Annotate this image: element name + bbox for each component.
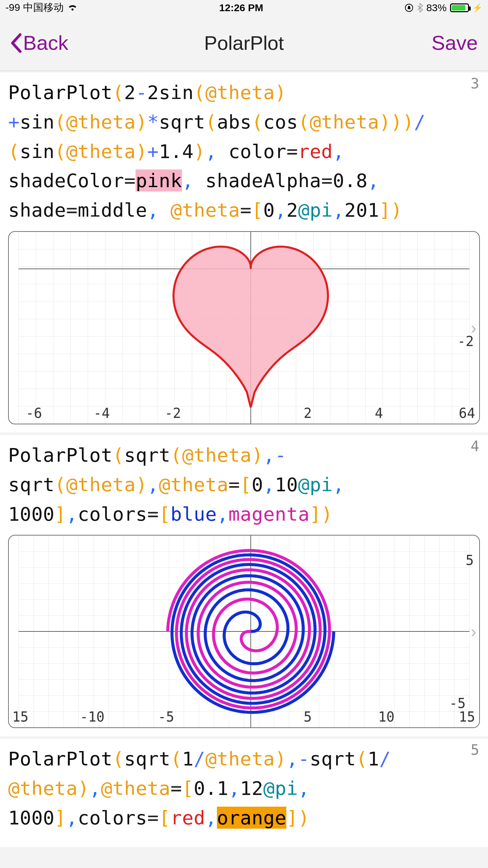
tok-op: / bbox=[414, 111, 426, 133]
tok-lparen: ( bbox=[194, 81, 205, 103]
tok-comma: , bbox=[333, 199, 344, 221]
tok-theta: @theta bbox=[159, 473, 228, 496]
content-scroll[interactable]: 3 PolarPlot(2-2sin(@theta) +sin(@theta)*… bbox=[0, 71, 488, 847]
axis-tick: -2 bbox=[458, 334, 474, 349]
status-right: 83% ⚡ bbox=[405, 2, 483, 14]
tok-rbr: ] bbox=[310, 503, 321, 525]
cell-code[interactable]: PolarPlot(2-2sin(@theta) +sin(@theta)*sq… bbox=[8, 78, 480, 225]
tok-comma: , bbox=[228, 777, 240, 799]
cell-code[interactable]: PolarPlot(sqrt(1/@theta),-sqrt(1/ @theta… bbox=[8, 744, 480, 832]
tok-fn: sqrt bbox=[159, 111, 205, 133]
tok-op: * bbox=[147, 111, 159, 133]
tok-kw: shade bbox=[8, 199, 66, 221]
axis-tick: 64 bbox=[459, 405, 475, 421]
tok-comma: , bbox=[263, 473, 275, 496]
tok-rp: ) bbox=[402, 111, 414, 133]
orientation-lock-icon bbox=[405, 3, 413, 12]
tok-num: 0.1 bbox=[194, 777, 228, 799]
cell-index: 4 bbox=[471, 438, 479, 455]
tok-color: red bbox=[298, 140, 333, 162]
tok-color: blue bbox=[170, 503, 217, 525]
tok-color: pink bbox=[136, 169, 182, 191]
tok-num: 1 bbox=[368, 748, 379, 770]
tok-theta: @theta bbox=[66, 111, 136, 133]
tok-fn: abs bbox=[217, 111, 252, 133]
tok-rp: ) bbox=[136, 473, 147, 496]
axis-tick: -2 bbox=[165, 405, 181, 421]
tok-rp: ) bbox=[298, 807, 309, 829]
tok-lp: ( bbox=[55, 111, 66, 133]
tok-lp: ( bbox=[113, 748, 124, 770]
tok-comma: , bbox=[263, 444, 275, 466]
tok-pi: @pi bbox=[298, 473, 333, 496]
tok-comma: , bbox=[66, 503, 78, 525]
cell-5[interactable]: 5 PolarPlot(sqrt(1/@theta),-sqrt(1/ @the… bbox=[0, 736, 488, 847]
cell-4[interactable]: 4 PolarPlot(sqrt(@theta),- sqrt(@theta),… bbox=[0, 432, 488, 736]
status-time: 12:26 PM bbox=[219, 2, 263, 14]
plot-heart[interactable]: › -2 -6 -4 -2 2 4 64 bbox=[8, 231, 480, 424]
tok-num: 1 bbox=[182, 748, 194, 770]
tok-num: 2 bbox=[124, 81, 136, 103]
tok-op: + bbox=[147, 140, 159, 162]
battery-percent: 83% bbox=[426, 2, 447, 14]
tok-lparen: ( bbox=[113, 81, 124, 103]
tok-num: 0 bbox=[263, 199, 275, 221]
tok-fn: sqrt bbox=[8, 473, 55, 496]
tok-fn: PolarPlot bbox=[8, 444, 113, 466]
tok-op: / bbox=[379, 748, 391, 770]
tok-pi: @pi bbox=[298, 199, 333, 221]
axis-tick: -4 bbox=[94, 405, 110, 421]
tok-lp: ( bbox=[170, 444, 182, 466]
tok-eq: = bbox=[66, 199, 78, 221]
tok-lp: ( bbox=[113, 444, 124, 466]
back-label: Back bbox=[23, 31, 68, 55]
tok-fn: sqrt bbox=[124, 748, 170, 770]
charging-icon: ⚡ bbox=[472, 3, 483, 13]
tok-num: 2 bbox=[147, 81, 159, 103]
tok-op: / bbox=[194, 748, 205, 770]
tok-theta: @theta bbox=[101, 777, 170, 799]
tok-num: 0 bbox=[252, 473, 263, 496]
tok-theta: @theta bbox=[182, 444, 251, 466]
plot-spiral[interactable]: › 5 15 -10 -5 5 10 -5 15 bbox=[8, 535, 480, 728]
tok-color: red bbox=[170, 807, 205, 829]
tok-color: orange bbox=[217, 807, 286, 829]
cell-code[interactable]: PolarPlot(sqrt(@theta),- sqrt(@theta),@t… bbox=[8, 441, 480, 529]
tok-rbr: ] bbox=[55, 807, 66, 829]
back-button[interactable]: Back bbox=[10, 31, 68, 55]
battery-icon bbox=[450, 3, 469, 12]
tok-eq: = bbox=[286, 140, 298, 162]
save-button[interactable]: Save bbox=[431, 31, 478, 55]
tok-num: 201 bbox=[344, 199, 379, 221]
tok-lp: ( bbox=[252, 111, 263, 133]
tok-op: - bbox=[275, 444, 286, 466]
tok-lbr: [ bbox=[159, 503, 170, 525]
bluetooth-icon bbox=[417, 3, 423, 13]
axis-tick: 10 bbox=[378, 709, 394, 725]
tok-theta: @theta bbox=[205, 81, 275, 103]
tok-comma: , bbox=[89, 777, 101, 799]
tok-theta: @theta bbox=[66, 473, 136, 496]
tok-rp: ) bbox=[252, 444, 263, 466]
tok-comma: , bbox=[217, 503, 228, 525]
tok-comma: , bbox=[205, 807, 217, 829]
chevron-right-icon[interactable]: › bbox=[471, 622, 476, 641]
tok-comma: , bbox=[182, 169, 205, 191]
axis-tick: 2 bbox=[304, 405, 312, 421]
nav-title: PolarPlot bbox=[0, 32, 488, 54]
tok-fn: sin bbox=[159, 81, 194, 103]
tok-color: magenta bbox=[228, 503, 310, 525]
cell-index: 5 bbox=[471, 742, 479, 758]
tok-rp: ) bbox=[275, 748, 286, 770]
tok-rparen: ) bbox=[275, 81, 286, 103]
cell-3[interactable]: 3 PolarPlot(2-2sin(@theta) +sin(@theta)*… bbox=[0, 71, 488, 432]
axis-tick: -10 bbox=[80, 709, 104, 725]
tok-comma: , bbox=[66, 807, 78, 829]
tok-theta: @theta bbox=[8, 777, 78, 799]
tok-lbr: [ bbox=[182, 777, 194, 799]
tok-theta: @theta bbox=[310, 111, 379, 133]
axis-tick: -5 bbox=[158, 709, 174, 725]
tok-eq: = bbox=[228, 473, 240, 496]
tok-num: 0.8 bbox=[333, 169, 368, 191]
status-left: -99 中国移动 bbox=[5, 1, 78, 15]
